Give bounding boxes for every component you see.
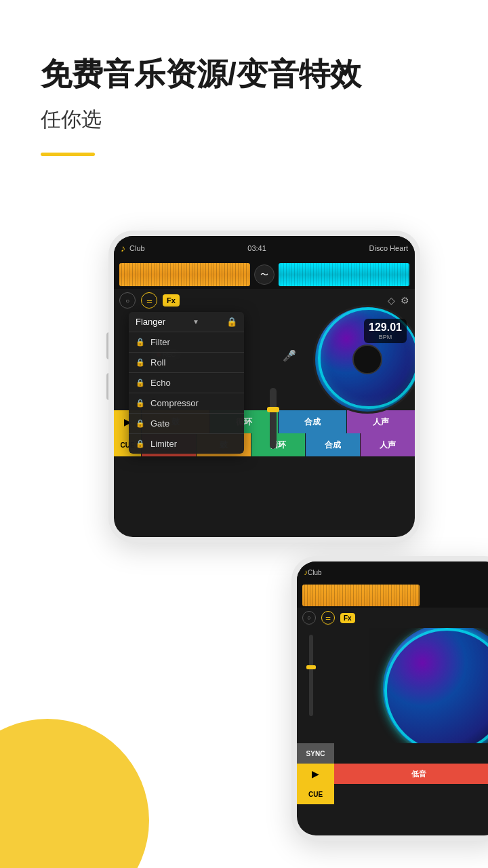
bpm-value: 129.01: [369, 321, 402, 333]
phone-mockup-secondary: ♪ Club ○ ⚌ Fx SYNC ▶: [291, 556, 488, 841]
volume-slider[interactable]: [270, 388, 277, 449]
fx-button-secondary[interactable]: Fx: [340, 613, 355, 623]
music-icon: ♪: [121, 243, 125, 254]
hero-title: 免费音乐资源/变音特效: [41, 54, 447, 95]
cue-row-secondary: CUE: [297, 784, 488, 804]
dj-topbar: ♪ Club 03:41 Disco Heart: [114, 236, 415, 260]
eq-ctrl-button[interactable]: ⚌: [141, 292, 157, 309]
hero-subtitle: 任你选: [41, 106, 447, 134]
fx-button[interactable]: Fx: [163, 294, 180, 307]
waveform-right: [279, 263, 409, 286]
slider-thumb-secondary[interactable]: [306, 665, 316, 669]
pad-button-loop2[interactable]: 循环: [251, 433, 306, 456]
fx-item-echo[interactable]: 🔒 Echo: [129, 373, 244, 393]
pad-button-mix2[interactable]: 合成: [305, 433, 360, 456]
fx-label-gate: Gate: [150, 418, 169, 429]
lock-icon-limiter: 🔒: [136, 439, 145, 448]
fx-item-gate[interactable]: 🔒 Gate: [129, 414, 244, 434]
fx-item-filter[interactable]: 🔒 Filter: [129, 332, 244, 353]
fx-label-echo: Echo: [150, 378, 171, 388]
lock-icon-compressor: 🔒: [136, 399, 145, 408]
bpm-display: 129.01 BPM: [364, 319, 407, 343]
pad-btn-secondary-1[interactable]: 低音: [334, 764, 488, 784]
fx-label-filter: Filter: [150, 337, 170, 347]
hero-divider: [41, 153, 95, 156]
cue-button-secondary[interactable]: CUE: [297, 784, 334, 804]
waveform-area: 〜: [114, 260, 415, 289]
waveform-left: [119, 263, 250, 286]
fx-dropdown-header[interactable]: Flanger ▼ 🔒: [129, 312, 244, 332]
diamond-icon: ◇: [388, 295, 395, 306]
waveform-center-icon: 〜: [254, 264, 274, 285]
dropdown-arrow-icon: ▼: [192, 318, 199, 326]
fx-label-roll: Roll: [150, 357, 165, 368]
decorative-circle: [0, 719, 149, 868]
fx-dropdown[interactable]: Flanger ▼ 🔒 🔒 Filter 🔒 Roll 🔒 Echo 🔒 Com…: [129, 312, 244, 454]
dj-topbar-secondary: ♪ Club: [297, 561, 488, 583]
fx-item-limiter[interactable]: 🔒 Limiter: [129, 434, 244, 454]
bpm-label: BPM: [369, 334, 402, 340]
track-time: 03:41: [247, 244, 266, 252]
dj-screen: ♪ Club 03:41 Disco Heart 〜 ○ ⚌ Fx ◇ ⚙ Fl…: [114, 236, 415, 537]
mic-icon[interactable]: 🎤: [283, 349, 296, 362]
settings-icon[interactable]: ⚙: [401, 295, 409, 306]
track-name-secondary: Club: [308, 569, 322, 576]
fx-item-roll[interactable]: 🔒 Roll: [129, 353, 244, 373]
fx-selected-label: Flanger: [136, 317, 165, 327]
lock-icon-filter: 🔒: [136, 338, 145, 347]
track-name-right: Disco Heart: [369, 244, 408, 252]
eq-ctrl-secondary[interactable]: ⚌: [321, 611, 335, 625]
fx-label-compressor: Compressor: [150, 398, 199, 408]
waveform-secondary: [297, 583, 488, 608]
control-bar-secondary: ○ ⚌ Fx: [297, 608, 488, 628]
dj-topbar-left: ♪ Club: [121, 243, 145, 254]
hero-section: 免费音乐资源/变音特效 任你选: [0, 0, 488, 156]
play-row-secondary: ▶ 低音: [297, 764, 488, 784]
dj-main-secondary: [297, 628, 488, 743]
lock-icon-echo: 🔒: [136, 378, 145, 387]
circle-ctrl-button[interactable]: ○: [119, 292, 136, 309]
track-name-left: Club: [129, 244, 145, 252]
pad-button-vocal[interactable]: 人声: [346, 410, 415, 433]
dj-screen-secondary: ♪ Club ○ ⚌ Fx SYNC ▶: [297, 561, 488, 835]
waveform-bar-secondary: [302, 585, 420, 606]
pad-button-vocal2[interactable]: 人声: [360, 433, 415, 456]
sync-row: SYNC: [297, 743, 488, 764]
lock-icon-gate: 🔒: [136, 419, 145, 428]
fx-item-compressor[interactable]: 🔒 Compressor: [129, 393, 244, 414]
circle-ctrl-secondary[interactable]: ○: [302, 611, 316, 625]
phone-mockup-primary: ♪ Club 03:41 Disco Heart 〜 ○ ⚌ Fx ◇ ⚙ Fl…: [108, 231, 420, 542]
slider-secondary[interactable]: [309, 635, 313, 716]
pad-button-mix[interactable]: 合成: [278, 410, 346, 433]
sync-button[interactable]: SYNC: [297, 743, 334, 764]
play-button-secondary[interactable]: ▶: [297, 764, 334, 784]
fx-label-limiter: Limiter: [150, 439, 177, 449]
dropdown-lock-icon: 🔒: [226, 317, 237, 327]
lock-icon-roll: 🔒: [136, 358, 145, 367]
volume-thumb[interactable]: [267, 407, 279, 412]
